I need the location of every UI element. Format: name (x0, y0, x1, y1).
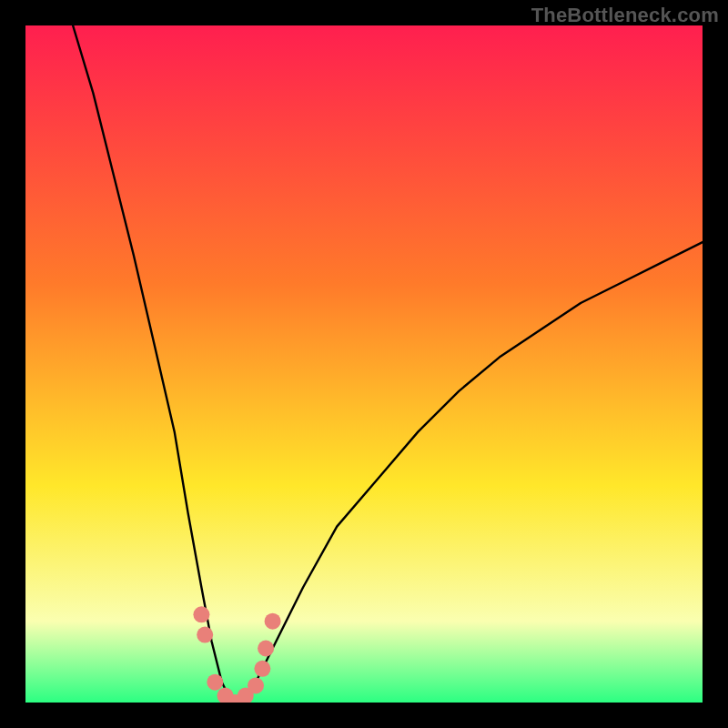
plot-svg (25, 25, 703, 703)
plot-area (25, 25, 703, 703)
marker-dot (258, 641, 274, 657)
gradient-background (25, 25, 703, 703)
marker-dot (248, 677, 264, 693)
marker-dot (254, 661, 270, 677)
chart-frame: TheBottleneck.com (0, 0, 728, 728)
marker-dot (193, 606, 209, 622)
marker-dot (265, 613, 281, 630)
marker-dot (207, 674, 223, 691)
marker-dot (197, 627, 213, 643)
watermark-text: TheBottleneck.com (531, 4, 719, 27)
